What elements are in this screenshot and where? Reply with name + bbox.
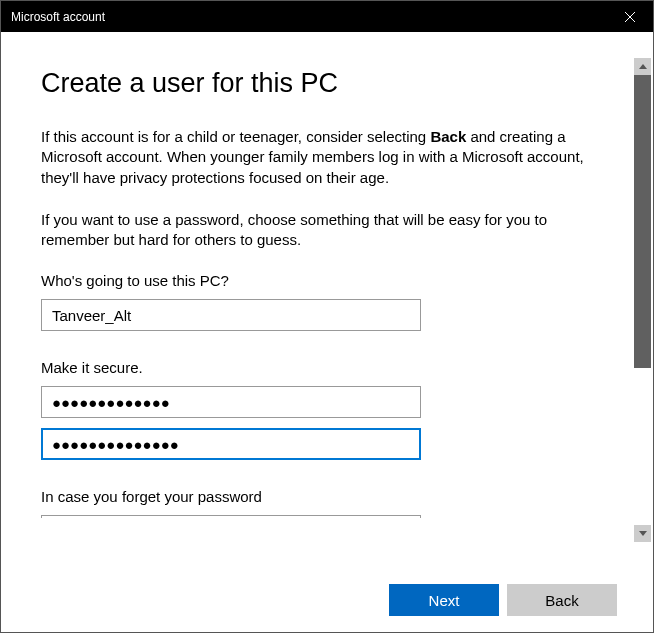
username-input[interactable]	[41, 299, 421, 331]
info-paragraph-2: If you want to use a password, choose so…	[41, 210, 594, 251]
window-title: Microsoft account	[11, 10, 105, 24]
content-area: Create a user for this PC If this accoun…	[1, 32, 634, 568]
text-segment: If this account is for a child or teenag…	[41, 128, 430, 145]
security-question-input-partial[interactable]	[41, 515, 421, 518]
next-button[interactable]: Next	[389, 584, 499, 616]
scroll-track[interactable]	[634, 75, 651, 525]
password-section-label: Make it secure.	[41, 359, 594, 376]
username-label: Who's going to use this PC?	[41, 272, 594, 289]
titlebar: Microsoft account	[1, 1, 653, 32]
security-question-label: In case you forget your password	[41, 488, 594, 505]
chevron-up-icon	[639, 64, 647, 69]
chevron-down-icon	[639, 531, 647, 536]
page-heading: Create a user for this PC	[41, 68, 594, 99]
text-bold: Back	[430, 128, 466, 145]
close-button[interactable]	[607, 1, 653, 32]
info-paragraph-1: If this account is for a child or teenag…	[41, 127, 594, 188]
scroll-thumb[interactable]	[634, 75, 651, 368]
scrollbar[interactable]	[634, 58, 651, 542]
back-button[interactable]: Back	[507, 584, 617, 616]
confirm-password-input[interactable]	[41, 428, 421, 460]
footer: Next Back	[1, 568, 653, 632]
scroll-down-button[interactable]	[634, 525, 651, 542]
close-icon	[625, 12, 635, 22]
scroll-up-button[interactable]	[634, 58, 651, 75]
content-wrapper: Create a user for this PC If this accoun…	[1, 32, 653, 568]
password-input[interactable]	[41, 386, 421, 418]
